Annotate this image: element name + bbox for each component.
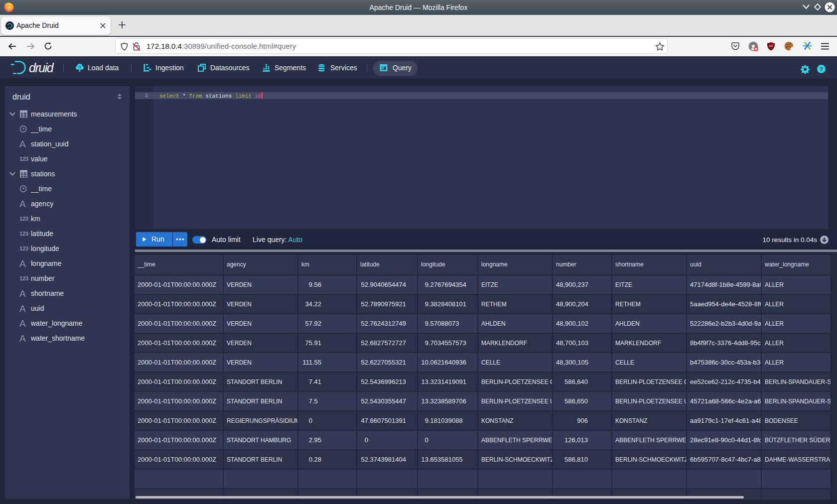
svg-text:uO: uO [769,44,773,47]
svg-text:?: ? [820,66,823,72]
